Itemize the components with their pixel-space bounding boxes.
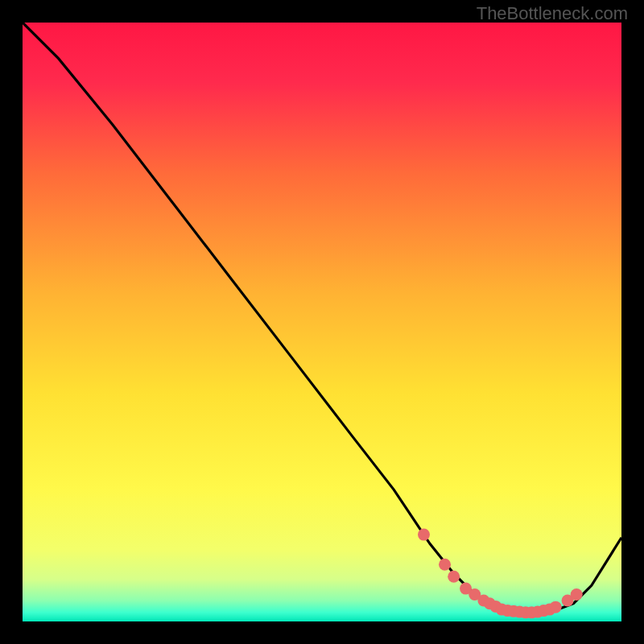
highlight-dots bbox=[418, 529, 583, 619]
curve-line bbox=[23, 23, 621, 613]
chart-container: TheBottleneck.com bbox=[0, 0, 644, 644]
highlight-dot bbox=[418, 529, 430, 541]
highlight-dot bbox=[448, 571, 460, 583]
highlight-dot bbox=[571, 588, 583, 601]
chart-overlay bbox=[23, 23, 621, 621]
plot-area bbox=[23, 23, 621, 621]
watermark-text: TheBottleneck.com bbox=[477, 3, 628, 24]
highlight-dot bbox=[439, 559, 451, 571]
highlight-dot bbox=[550, 601, 562, 613]
